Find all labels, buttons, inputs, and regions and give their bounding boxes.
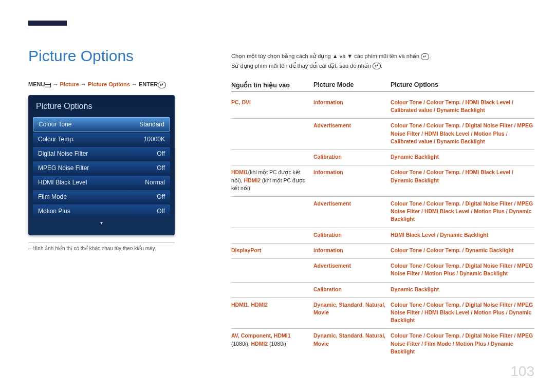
header-bar [28,21,67,26]
intro-part: . [429,53,431,59]
cell-mode: Advertisement [313,262,391,277]
cell-options: Colour Tone / Colour Temp. / Dynamic Bac… [391,247,534,254]
cell-source: PC, DVI [231,99,313,114]
arrow-icon: → [132,81,139,87]
intro-part: Sử dụng phím mũi tên để thay đổi cài đặt… [231,63,373,69]
intro-part: Chọn một tùy chọn bằng cách sử dụng [231,53,332,59]
cell-mode: Dynamic, Standard, Natural, Movie [313,301,391,325]
cell-mode: Calibration [313,231,391,239]
cell-mode: Information [313,169,391,192]
osd-row-hdmi-black-level[interactable]: HDMI Black Level Normal [33,176,170,189]
table-row: PC, DVI Information Colour Tone / Colour… [231,96,534,119]
th-source: Nguồn tín hiệu vào [231,81,313,89]
cell-mode: Calibration [313,153,391,161]
cell-mode: Information [313,99,391,114]
cell-source [231,200,313,223]
osd-value: Off [157,150,165,157]
cell-source [231,153,313,161]
osd-panel: Picture Options Colour Tone Standard Col… [28,95,175,235]
enter-icon: ↵ [158,82,166,88]
table-header: Nguồn tín hiệu vào Picture Mode Picture … [231,81,534,91]
cell-source: AV, Component, HDMI1 (1080i), HDMI2 (108… [231,332,313,356]
osd-row-digital-noise-filter[interactable]: Digital Noise Filter Off [33,147,170,160]
table-row: AV, Component, HDMI1 (1080i), HDMI2 (108… [231,329,534,360]
cell-options: Colour Tone / Colour Temp. / Digital Noi… [391,262,534,277]
osd-value: Off [157,208,165,215]
osd-row-colour-tone[interactable]: Colour Tone Standard [33,117,170,132]
cell-mode: Advertisement [313,200,391,223]
osd-label: Colour Temp. [38,136,75,143]
th-options: Picture Options [391,81,534,89]
cell-options: Colour Tone / Colour Temp. / Digital Noi… [391,122,534,145]
cell-mode: Information [313,247,391,254]
table-row: Advertisement Colour Tone / Colour Temp.… [231,259,534,282]
page-title: Picture Options [28,47,134,65]
cell-mode: Dynamic, Standard, Natural, Movie [313,332,391,356]
table-row: HDMI1(khi một PC được kết nối), HDMI2 (k… [231,165,534,197]
cell-source: HDMI1(khi một PC được kết nối), HDMI2 (k… [231,169,313,192]
cell-options: Colour Tone / Colour Temp. / Digital Noi… [391,200,534,223]
osd-value: Standard [139,121,164,128]
osd-row-mpeg-noise-filter[interactable]: MPEG Noise Filter Off [33,161,170,175]
table-row: Advertisement Colour Tone / Colour Temp.… [231,197,534,228]
osd-value: Off [157,193,165,200]
table-row: Advertisement Colour Tone / Colour Temp.… [231,119,534,150]
cell-source [231,286,313,293]
cell-mode: Advertisement [313,122,391,145]
chevron-down-icon[interactable]: ▾ [33,220,170,226]
table-row: Calibration Dynamic Backlight [231,283,534,298]
cell-options: HDMI Black Level / Dynamic Backlight [391,231,534,239]
osd-label: Motion Plus [38,208,70,215]
footnote: – Hình ảnh hiển thị có thể khác nhau tùy… [28,246,182,251]
intro-part: và [338,53,347,59]
osd-value: 10000K [144,136,165,143]
breadcrumb-menu: MENU [28,81,45,87]
osd-value: Off [157,164,165,172]
intro-part: . [381,63,382,69]
cell-options: Colour Tone / Colour Temp. / Digital Noi… [391,332,534,356]
th-mode: Picture Mode [313,81,391,89]
osd-label: Colour Tone [39,121,72,128]
breadcrumb-picture-options: Picture Options [88,81,130,87]
cell-mode: Calibration [313,286,391,293]
osd-title: Picture Options [33,100,170,116]
intro-text: Chọn một tùy chọn bằng cách sử dụng ▲ và… [231,51,534,70]
enter-icon: ↵ [373,63,381,69]
cell-source [231,262,313,277]
osd-label: Digital Noise Filter [38,150,88,157]
cell-source [231,122,313,145]
cell-options: Colour Tone / Colour Temp. / HDMI Black … [391,169,534,192]
cell-source: HDMI1, HDMI2 [231,301,313,325]
cell-options: Dynamic Backlight [391,286,534,293]
intro-part: các phím mũi tên và nhấn [353,53,421,59]
osd-value: Normal [145,179,165,186]
table-row: Calibration Dynamic Backlight [231,150,534,165]
cell-source [231,231,313,239]
table-row: DisplayPort Information Colour Tone / Co… [231,244,534,259]
table-row: Calibration HDMI Black Level / Dynamic B… [231,228,534,244]
osd-row-colour-temp[interactable]: Colour Temp. 10000K [33,133,170,146]
osd-row-film-mode[interactable]: Film Mode Off [33,190,170,203]
cell-source: DisplayPort [231,247,313,254]
cell-options: Colour Tone / Colour Temp. / HDMI Black … [391,99,534,114]
divider [28,242,175,243]
breadcrumb-enter: ENTER [139,81,158,87]
options-table: Nguồn tín hiệu vào Picture Mode Picture … [231,81,534,360]
menu-icon [45,83,51,87]
osd-label: MPEG Noise Filter [38,164,89,172]
arrow-icon: → [81,81,88,87]
breadcrumb-picture: Picture [60,81,79,87]
enter-icon: ↵ [421,53,429,60]
osd-row-motion-plus[interactable]: Motion Plus Off [33,204,170,218]
cell-options: Dynamic Backlight [391,153,534,161]
arrow-icon: → [52,81,60,87]
page-number: 103 [510,363,534,380]
cell-options: Colour Tone / Colour Temp. / Digital Noi… [391,301,534,325]
osd-label: HDMI Black Level [38,179,87,186]
breadcrumb: MENU → Picture → Picture Options → ENTER… [28,81,166,88]
osd-label: Film Mode [38,193,67,200]
table-row: HDMI1, HDMI2 Dynamic, Standard, Natural,… [231,298,534,329]
